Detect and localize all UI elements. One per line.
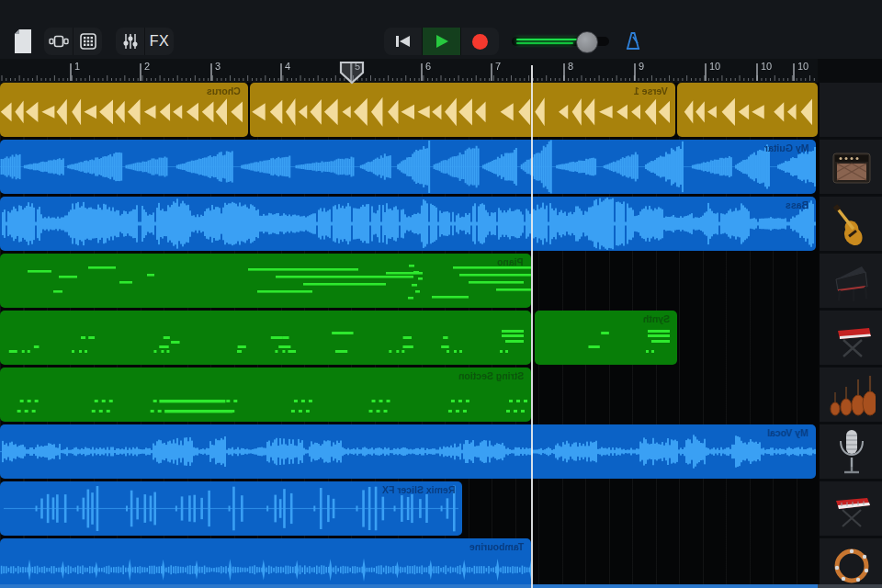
mixer-sliders-icon[interactable] bbox=[116, 28, 144, 55]
ruler-bar-number: 2 bbox=[144, 61, 150, 72]
ruler[interactable]: 123456789101010 bbox=[0, 59, 818, 83]
garageband-tracks-view: FX bbox=[0, 0, 882, 588]
track-icon-synth-keyboard[interactable] bbox=[820, 311, 882, 365]
ruler-bar-number: 8 bbox=[568, 61, 573, 72]
next-track-region-edge bbox=[0, 584, 818, 588]
track-row-my-vocal: My Vocal bbox=[0, 424, 818, 479]
document-icon[interactable] bbox=[13, 28, 33, 54]
ruler-ticks bbox=[0, 59, 818, 83]
region-synth[interactable] bbox=[0, 311, 531, 365]
ruler-bar-number: 9 bbox=[639, 61, 644, 72]
region-tambourine[interactable]: Tambourine bbox=[0, 538, 531, 588]
region-label: My Vocal bbox=[767, 427, 808, 438]
ruler-bar-number: 3 bbox=[215, 61, 220, 72]
waveform bbox=[0, 311, 531, 365]
regions-view-button[interactable] bbox=[44, 28, 73, 55]
region-bass[interactable]: Bass bbox=[0, 197, 816, 251]
track-row-string-section: String Section bbox=[0, 368, 818, 422]
track-icon-guitar-amp[interactable] bbox=[820, 140, 882, 194]
playhead-marker[interactable] bbox=[338, 61, 366, 85]
track-row-tambourine: Tambourine bbox=[0, 538, 818, 588]
next-track-icon-edge bbox=[818, 584, 882, 588]
region-label: Bass bbox=[786, 199, 808, 210]
track-icon-column bbox=[818, 83, 882, 588]
mixer-fx-segmented-control: FX bbox=[116, 28, 174, 55]
play-button[interactable] bbox=[422, 28, 460, 55]
track-icon-grand-piano[interactable] bbox=[820, 254, 882, 308]
ruler-bar-number: 1 bbox=[74, 61, 80, 72]
fx-button[interactable]: FX bbox=[144, 28, 174, 55]
waveform bbox=[0, 368, 531, 422]
region-verse-1[interactable]: Verse 1 bbox=[250, 83, 675, 137]
region-label: Piano bbox=[497, 256, 524, 267]
region-synth[interactable]: Synth bbox=[535, 311, 677, 365]
waveform bbox=[0, 424, 816, 479]
waveform bbox=[677, 83, 818, 137]
ruler-bar-number: 10 bbox=[709, 61, 720, 72]
waveform bbox=[0, 197, 816, 251]
track-row-bass: Bass bbox=[0, 197, 818, 251]
region-label: Remix Slicer FX bbox=[382, 484, 455, 495]
region-label: Synth bbox=[643, 313, 670, 324]
region-label: My Guitar bbox=[764, 142, 808, 153]
waveform bbox=[0, 140, 816, 194]
track-row-remix-slicer-fx: Remix Slicer FX bbox=[0, 481, 818, 536]
ruler-bar-number: 4 bbox=[285, 61, 290, 72]
region-label: Verse 1 bbox=[634, 85, 668, 96]
grid-view-button[interactable] bbox=[73, 28, 102, 55]
slider-knob[interactable] bbox=[576, 31, 598, 53]
region-remix-slicer-fx[interactable]: Remix Slicer FX bbox=[0, 481, 462, 536]
ruler-bar-number: 10 bbox=[761, 61, 772, 72]
region-label: Tambourine bbox=[469, 541, 524, 552]
ruler-bar-number: 6 bbox=[425, 61, 431, 72]
playhead-line[interactable] bbox=[531, 65, 533, 588]
track-row-piano: Piano bbox=[0, 254, 818, 308]
record-button[interactable] bbox=[460, 28, 499, 55]
waveform bbox=[0, 538, 531, 588]
region-string-section[interactable]: String Section bbox=[0, 368, 531, 422]
waveform bbox=[250, 83, 675, 137]
region-my-guitar[interactable]: My Guitar bbox=[0, 140, 816, 194]
track-row-synth: Synth bbox=[0, 311, 818, 365]
level-meter-bar bbox=[516, 39, 577, 41]
ruler-bar-number: 10 bbox=[797, 61, 808, 72]
region-label: String Section bbox=[458, 370, 524, 381]
record-icon bbox=[472, 34, 488, 50]
toolbar: FX bbox=[0, 0, 882, 59]
track-icon-keyboard[interactable] bbox=[820, 481, 882, 536]
tracks-area: ChorusVerse 1My GuitarBassPianoSynthStri… bbox=[0, 83, 818, 588]
rewind-button[interactable] bbox=[384, 28, 422, 55]
transport-controls bbox=[384, 28, 499, 55]
track-row-drums: ChorusVerse 1 bbox=[0, 83, 818, 137]
region-label: Chorus bbox=[207, 85, 241, 96]
track-row-my-guitar: My Guitar bbox=[0, 140, 818, 194]
track-icon-string-section[interactable] bbox=[820, 368, 882, 422]
region-chorus[interactable]: Chorus bbox=[0, 83, 248, 137]
track-icon-tambourine[interactable] bbox=[820, 538, 882, 588]
waveform bbox=[0, 254, 531, 308]
track-icon-microphone[interactable] bbox=[820, 424, 882, 479]
ruler-bar-number: 7 bbox=[495, 61, 501, 72]
region-drums[interactable] bbox=[677, 83, 818, 137]
region-my-vocal[interactable]: My Vocal bbox=[0, 424, 816, 479]
track-icon-bass-guitar[interactable] bbox=[820, 197, 882, 251]
track-icon-empty[interactable] bbox=[820, 83, 882, 137]
region-piano[interactable]: Piano bbox=[0, 254, 531, 308]
fx-button-label: FX bbox=[150, 33, 169, 50]
metronome-button[interactable] bbox=[622, 30, 644, 52]
view-segmented-control bbox=[44, 28, 102, 55]
level-meter-bar bbox=[516, 42, 573, 45]
